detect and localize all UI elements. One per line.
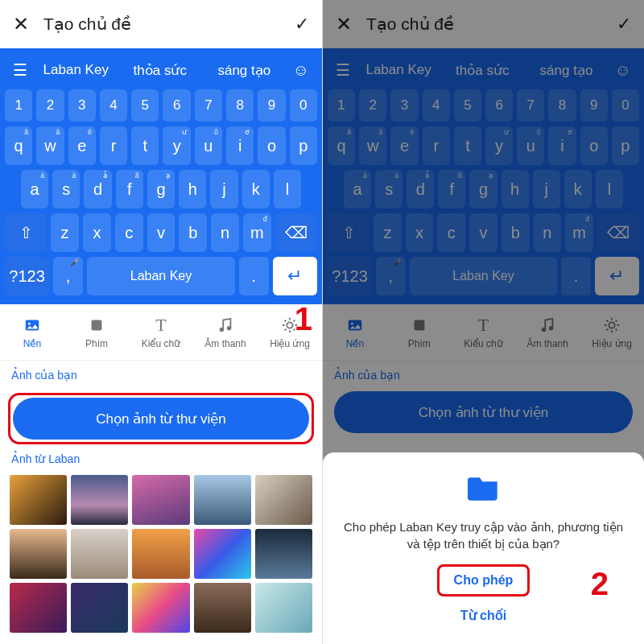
key-v[interactable]: v xyxy=(147,213,175,252)
key-e[interactable]: eê xyxy=(390,126,418,165)
key-0[interactable]: 0 xyxy=(290,89,317,122)
key-9[interactable]: 9 xyxy=(580,89,608,122)
key-o[interactable]: o xyxy=(258,126,285,165)
tab-Kiểu chữ[interactable]: TKiểu chữ xyxy=(452,304,516,360)
key-[interactable]: ⌫ xyxy=(597,213,639,252)
key-a[interactable]: aá xyxy=(344,170,371,208)
suggestion-2[interactable]: thỏa sức xyxy=(442,62,522,79)
key-LabanKey[interactable]: Laban Key xyxy=(87,257,235,295)
key-8[interactable]: 8 xyxy=(226,89,254,122)
key-6[interactable]: 6 xyxy=(485,89,513,122)
choose-from-library-button[interactable]: Chọn ảnh từ thư viện xyxy=(13,398,309,440)
key-a[interactable]: aá xyxy=(21,170,48,208)
wallpaper-thumb[interactable] xyxy=(10,583,67,633)
key-h[interactable]: h xyxy=(502,170,529,208)
key-e[interactable]: eê xyxy=(68,126,96,165)
key-w[interactable]: wâ xyxy=(36,126,64,165)
wallpaper-thumb[interactable] xyxy=(255,529,312,579)
tab-Âm thanh[interactable]: Âm thanh xyxy=(193,304,258,360)
tab-Nền[interactable]: Nền xyxy=(323,304,387,360)
deny-button[interactable]: Từ chối xyxy=(446,601,521,630)
key-5[interactable]: 5 xyxy=(454,89,481,122)
key-l[interactable]: l xyxy=(274,170,301,208)
key-x[interactable]: x xyxy=(83,213,111,252)
key-t[interactable]: t xyxy=(454,126,481,165)
key-1[interactable]: 1 xyxy=(5,89,32,122)
wallpaper-thumb[interactable] xyxy=(71,475,128,525)
wallpaper-thumb[interactable] xyxy=(132,475,189,525)
confirm-icon[interactable]: ✓ xyxy=(617,14,631,35)
key-i[interactable]: iơ xyxy=(548,126,576,165)
tab-Hiệu ứng[interactable]: Hiệu ứng xyxy=(258,304,322,360)
confirm-icon[interactable]: ✓ xyxy=(295,14,309,35)
wallpaper-thumb[interactable] xyxy=(194,475,251,525)
key-6[interactable]: 6 xyxy=(163,89,190,122)
suggestion-3[interactable]: sáng tạo xyxy=(204,62,285,79)
emoji-icon[interactable]: ☺ xyxy=(610,61,636,80)
key-[interactable]: ⌫ xyxy=(275,213,317,252)
key-z[interactable]: z xyxy=(51,213,79,252)
wallpaper-thumb[interactable] xyxy=(132,529,189,579)
key-r[interactable]: r xyxy=(423,126,450,165)
key-c[interactable]: c xyxy=(437,213,465,252)
allow-button[interactable]: Cho phép xyxy=(437,564,530,597)
key-b[interactable]: b xyxy=(502,213,530,252)
key-p[interactable]: p xyxy=(612,126,639,165)
key-h[interactable]: h xyxy=(179,170,206,208)
key-o[interactable]: o xyxy=(580,126,608,165)
key-[interactable]: ↵ xyxy=(595,257,639,295)
key-0[interactable]: 0 xyxy=(612,89,639,122)
key-123[interactable]: ?123 xyxy=(5,257,49,295)
key-j[interactable]: j xyxy=(533,170,560,208)
key-c[interactable]: c xyxy=(115,213,143,252)
key-s[interactable]: sà xyxy=(52,170,80,208)
suggestion-1[interactable]: Laban Key xyxy=(35,62,117,78)
key-4[interactable]: 4 xyxy=(100,89,127,122)
key-[interactable]: ⇧ xyxy=(5,213,47,252)
menu-icon[interactable]: ☰ xyxy=(331,60,355,80)
tab-Nền[interactable]: Nền xyxy=(0,304,64,360)
key-7[interactable]: 7 xyxy=(517,89,544,122)
key-[interactable]: ↵ xyxy=(273,257,317,295)
wallpaper-thumb[interactable] xyxy=(194,529,251,579)
key-g[interactable]: gạ xyxy=(147,170,175,208)
key-j[interactable]: j xyxy=(210,170,237,208)
tab-Âm thanh[interactable]: Âm thanh xyxy=(515,304,580,360)
key-p[interactable]: p xyxy=(290,126,317,165)
key-s[interactable]: sà xyxy=(375,170,402,208)
wallpaper-thumb[interactable] xyxy=(255,475,312,525)
tab-Hiệu ứng[interactable]: Hiệu ứng xyxy=(580,304,644,360)
choose-from-library-button[interactable]: Chọn ảnh từ thư viện xyxy=(334,391,633,433)
key-i[interactable]: iơ xyxy=(226,126,254,165)
key-4[interactable]: 4 xyxy=(423,89,450,122)
key-3[interactable]: 3 xyxy=(390,89,418,122)
wallpaper-thumb[interactable] xyxy=(10,529,67,579)
key-u[interactable]: uô xyxy=(195,126,222,165)
key-r[interactable]: r xyxy=(100,126,127,165)
key-n[interactable]: n xyxy=(534,213,562,252)
key-x[interactable]: x xyxy=(406,213,434,252)
tab-Phím[interactable]: Phím xyxy=(64,304,129,360)
key-8[interactable]: 8 xyxy=(548,89,576,122)
key-3[interactable]: 3 xyxy=(68,89,96,122)
key-t[interactable]: t xyxy=(131,126,159,165)
key-[interactable]: ⇧ xyxy=(328,213,369,252)
key-k[interactable]: k xyxy=(242,170,270,208)
key-[interactable]: ,🎤 xyxy=(376,257,406,295)
suggestion-1[interactable]: Laban Key xyxy=(358,62,439,78)
key-[interactable]: . xyxy=(561,257,591,295)
key-b[interactable]: b xyxy=(179,213,207,252)
key-u[interactable]: uô xyxy=(517,126,544,165)
key-v[interactable]: v xyxy=(469,213,497,252)
key-z[interactable]: z xyxy=(374,213,402,252)
key-m[interactable]: mđ xyxy=(243,213,271,252)
wallpaper-thumb[interactable] xyxy=(71,529,128,579)
close-icon[interactable]: ✕ xyxy=(336,13,352,35)
wallpaper-thumb[interactable] xyxy=(194,583,251,633)
key-2[interactable]: 2 xyxy=(359,89,386,122)
key-y[interactable]: yư xyxy=(485,126,513,165)
close-icon[interactable]: ✕ xyxy=(13,13,29,35)
key-123[interactable]: ?123 xyxy=(328,257,372,295)
key-f[interactable]: fã xyxy=(116,170,143,208)
wallpaper-thumb[interactable] xyxy=(10,475,67,525)
